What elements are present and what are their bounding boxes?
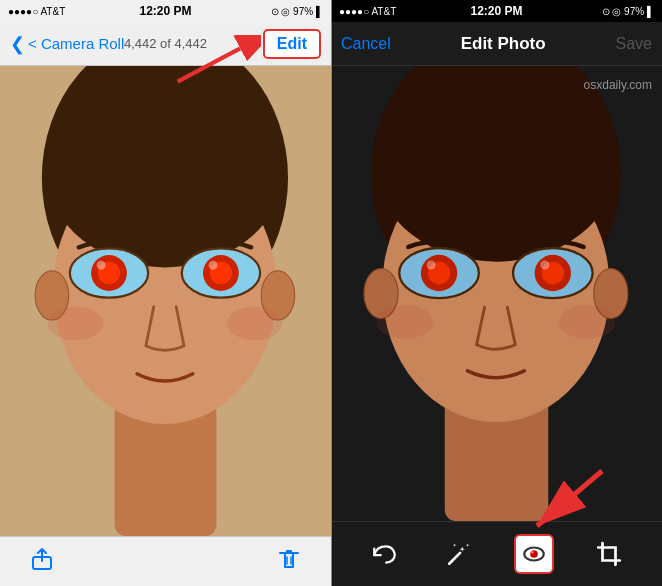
- left-photo-area: [0, 66, 331, 536]
- trash-button[interactable]: [277, 547, 301, 577]
- edit-button[interactable]: Edit: [263, 29, 321, 59]
- cancel-button[interactable]: Cancel: [341, 35, 391, 53]
- svg-line-41: [449, 553, 460, 564]
- wand-button[interactable]: [439, 534, 479, 574]
- left-panel: ●●●●○ AT&T 12:20 PM ⊙ ◎ 97% ▌ ❮ < Camera…: [0, 0, 331, 586]
- svg-point-18: [226, 307, 282, 341]
- chevron-left-icon: ❮: [10, 33, 25, 55]
- panel-divider: [331, 0, 332, 586]
- right-carrier: ●●●●○ AT&T: [339, 6, 396, 17]
- red-arrow-svg: [522, 461, 622, 541]
- right-status-bar: ●●●●○ AT&T 12:20 PM ⊙ ◎ 97% ▌: [331, 0, 662, 22]
- svg-point-6: [47, 77, 282, 267]
- right-battery-area: ⊙ ◎ 97% ▌: [602, 6, 654, 17]
- left-photo: [0, 66, 331, 536]
- left-time: 12:20 PM: [139, 4, 191, 18]
- svg-point-30: [427, 261, 436, 270]
- svg-point-17: [47, 307, 103, 341]
- svg-point-37: [376, 305, 433, 339]
- left-carrier: ●●●●○ AT&T: [8, 6, 65, 17]
- svg-line-1: [178, 48, 240, 81]
- svg-line-40: [537, 471, 602, 526]
- svg-point-10: [97, 261, 106, 270]
- edit-photo-title: Edit Photo: [461, 34, 546, 54]
- left-battery-area: ⊙ ◎ 97% ▌: [271, 6, 323, 17]
- undo-button[interactable]: [364, 534, 404, 574]
- svg-point-43: [530, 550, 538, 558]
- svg-point-14: [209, 261, 218, 270]
- red-arrow-edit: [161, 35, 261, 95]
- back-label[interactable]: < Camera Roll: [28, 35, 124, 52]
- svg-point-38: [558, 305, 615, 339]
- right-panel: ●●●●○ AT&T 12:20 PM ⊙ ◎ 97% ▌ Cancel Edi…: [331, 0, 662, 586]
- left-toolbar: [0, 536, 331, 586]
- svg-point-26: [376, 75, 615, 262]
- left-status-bar: ●●●●○ AT&T 12:20 PM ⊙ ◎ 97% ▌: [0, 0, 331, 22]
- right-photo-area: osxdaily.com: [331, 66, 662, 521]
- right-nav-bar: Cancel Edit Photo Save: [331, 22, 662, 66]
- share-button[interactable]: [30, 547, 54, 577]
- svg-point-34: [540, 261, 549, 270]
- crop-icon: [596, 541, 622, 567]
- right-photo: [331, 66, 662, 521]
- svg-point-44: [531, 551, 534, 554]
- back-button[interactable]: ❮ < Camera Roll: [10, 33, 124, 55]
- trash-icon: [277, 547, 301, 571]
- watermark: osxdaily.com: [584, 78, 652, 92]
- undo-icon: [371, 541, 397, 567]
- share-icon: [30, 547, 54, 571]
- save-button[interactable]: Save: [616, 35, 652, 53]
- wand-icon: [446, 541, 472, 567]
- right-time: 12:20 PM: [470, 4, 522, 18]
- red-arrow-redeye: [522, 461, 612, 531]
- redeye-icon: [521, 541, 547, 567]
